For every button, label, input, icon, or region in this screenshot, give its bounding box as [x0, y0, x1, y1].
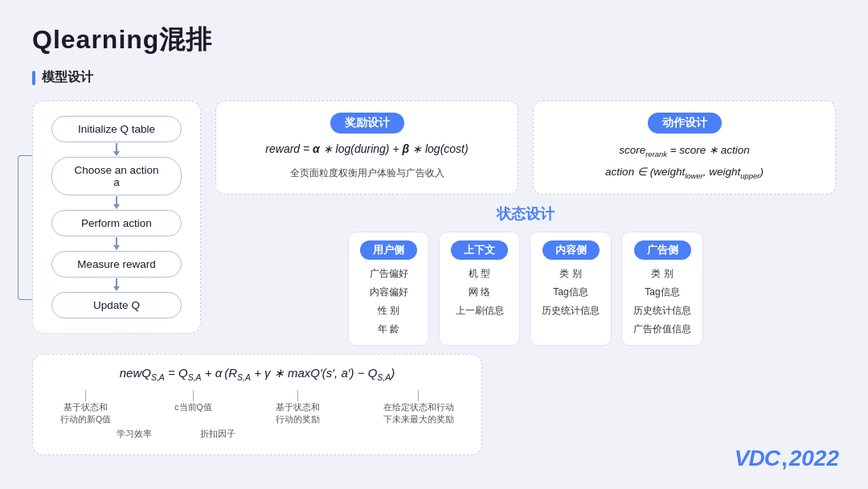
flow-arrow-2 [113, 195, 120, 210]
action-card: 动作设计 scorererank = score ∗ action action… [533, 101, 836, 195]
flow-node-init: Initialize Q table [51, 116, 182, 142]
state-card-user-title: 用户侧 [360, 240, 417, 260]
state-card-content-title: 内容侧 [542, 240, 600, 260]
logo-vdc: VDC [735, 446, 780, 471]
state-card-user: 用户侧 广告偏好 内容偏好 性 别 年 龄 [348, 232, 429, 346]
q-sub-label-1: 学习效率 [117, 429, 152, 440]
flowchart-box: Initialize Q table Choose an action a Pe… [32, 101, 201, 334]
q-sub-label-2: 折扣因子 [200, 429, 235, 440]
q-sub-labels: 学习效率 折扣因子 [52, 429, 462, 440]
q-ann-2: c当前Q值 [174, 390, 211, 425]
q-ann-4: 在给定状态和行动下未来最大的奖励 [383, 390, 454, 425]
state-card-ad-item-0: 类 别 [651, 266, 673, 281]
state-section: 状态设计 用户侧 广告偏好 内容偏好 性 别 年 龄 上下文 机 型 网 络 [215, 204, 836, 346]
state-card-context-item-2: 上一刷信息 [456, 303, 504, 318]
state-card-user-item-1: 内容偏好 [370, 285, 408, 300]
state-card-ad: 广告侧 类 别 Tag信息 历史统计信息 广告价值信息 [621, 232, 703, 346]
state-card-context-item-0: 机 型 [469, 266, 490, 281]
state-title: 状态设计 [497, 204, 555, 224]
flow-node-update: Update Q [51, 292, 182, 318]
logo-year: 2022 [789, 446, 839, 471]
flow-arrow-4 [113, 277, 120, 292]
section-bar [32, 71, 35, 85]
flow-node-choose: Choose an action a [51, 157, 182, 195]
q-annotations: 基于状态和行动的新Q值 c当前Q值 基于状态和行动的奖励 在给定状态和行动下未来… [52, 390, 462, 425]
state-card-content-item-1: Tag信息 [553, 285, 588, 300]
state-card-content-item-2: 历史统计信息 [542, 303, 600, 318]
action-pill: 动作设计 [648, 113, 722, 134]
reward-card: 奖励设计 reward = α ∗ log(during) + β ∗ log(… [215, 101, 518, 195]
state-card-context-item-1: 网 络 [469, 285, 490, 300]
q-ann-1: 基于状态和行动的新Q值 [60, 390, 111, 425]
logo-area: VDC , 2022 [735, 446, 839, 471]
logo-separator: , [781, 446, 788, 471]
flow-node-measure: Measure reward [51, 251, 182, 277]
page-title: Qlearning混排 [32, 23, 836, 58]
formula-cards-row: 奖励设计 reward = α ∗ log(during) + β ∗ log(… [215, 101, 836, 195]
state-card-ad-item-2: 历史统计信息 [633, 303, 691, 318]
state-card-context-title: 上下文 [451, 240, 508, 260]
flow-arrow-1 [113, 142, 120, 157]
q-formula-main: newQS,A = QS,A + α (RS,A + γ ∗ maxQ′(s′,… [52, 366, 462, 382]
action-formula: scorererank = score ∗ action action ∈ (w… [605, 140, 764, 183]
flow-arrow-3 [113, 236, 120, 251]
state-card-ad-title: 广告侧 [634, 240, 691, 260]
state-card-user-item-3: 年 龄 [378, 322, 399, 337]
reward-formula: reward = α ∗ log(during) + β ∗ log(cost) [265, 140, 468, 159]
left-bracket [18, 155, 32, 300]
state-card-ad-item-3: 广告价值信息 [633, 322, 691, 337]
q-formula-box: newQS,A = QS,A + α (RS,A + γ ∗ maxQ′(s′,… [32, 354, 482, 454]
reward-subtitle: 全页面粒度权衡用户体验与广告收入 [290, 167, 444, 179]
state-card-content-item-0: 类 别 [559, 266, 581, 281]
state-card-user-item-0: 广告偏好 [370, 266, 408, 281]
state-card-ad-item-1: Tag信息 [645, 285, 679, 300]
state-card-context: 上下文 机 型 网 络 上一刷信息 [439, 232, 520, 346]
q-ann-3: 基于状态和行动的奖励 [276, 390, 320, 425]
state-cards-row: 用户侧 广告偏好 内容偏好 性 别 年 龄 上下文 机 型 网 络 上一刷信息 [348, 232, 703, 346]
state-card-content: 内容侧 类 别 Tag信息 历史统计信息 [530, 232, 612, 346]
section-label-text: 模型设计 [42, 69, 93, 86]
reward-pill: 奖励设计 [330, 113, 404, 134]
flow-node-perform: Perform action [51, 210, 182, 236]
state-card-user-item-2: 性 别 [378, 303, 399, 318]
